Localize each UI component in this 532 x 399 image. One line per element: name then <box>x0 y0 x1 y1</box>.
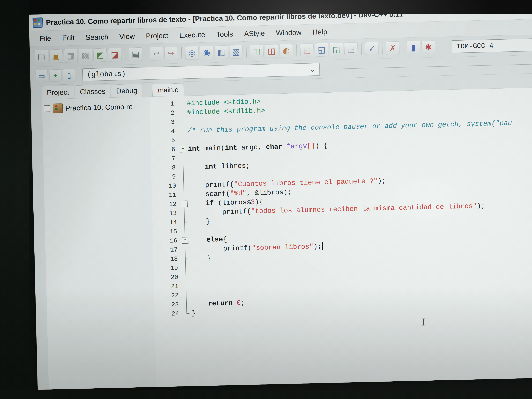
line-number[interactable]: 11 <box>152 191 180 199</box>
goto-line-icon[interactable]: ▥ <box>215 45 228 59</box>
compiler-combobox-value: TDM-GCC 4 <box>456 42 494 51</box>
code-editor[interactable]: 1#include <stdio.h>2#include <stdlib.h>3… <box>149 87 532 387</box>
line-number[interactable]: 22 <box>154 292 182 299</box>
toolbar-separator <box>125 49 126 60</box>
line-number[interactable]: 13 <box>152 210 180 217</box>
fold-gutter <box>177 99 187 108</box>
fold-collapse-icon[interactable]: − <box>182 237 188 244</box>
print-icon[interactable]: ▤ <box>129 47 142 61</box>
menu-item-astyle[interactable]: AStyle <box>238 27 271 40</box>
line-number[interactable]: 12 <box>152 201 180 208</box>
line-number[interactable]: 19 <box>153 264 181 272</box>
editor-tab-mainc[interactable]: main.c <box>152 83 184 97</box>
window-full-icon[interactable]: ◳ <box>344 42 358 56</box>
save-icon[interactable]: ▦ <box>64 49 78 63</box>
menu-item-search[interactable]: Search <box>80 31 114 44</box>
project-options-icon[interactable]: ◰ <box>300 43 314 57</box>
line-number[interactable]: 2 <box>150 109 178 117</box>
window-cascade-icon[interactable]: ◱ <box>315 43 329 57</box>
line-number[interactable]: 16 <box>153 237 181 245</box>
fold-gutter <box>178 126 187 135</box>
find-icon[interactable]: ◎ <box>185 46 199 60</box>
line-number[interactable]: 17 <box>153 246 181 254</box>
fold-gutter <box>182 281 191 291</box>
menu-item-tools[interactable]: Tools <box>211 28 239 41</box>
line-number[interactable]: 24 <box>154 310 182 318</box>
toolbar-separator <box>382 43 383 54</box>
line-number[interactable]: 5 <box>151 137 178 144</box>
mouse-cursor-ibeam: I <box>422 316 425 328</box>
save-all-icon[interactable]: ▩ <box>79 49 92 62</box>
class-browser-members-icon[interactable]: ▯ <box>63 69 75 81</box>
project-icon <box>53 103 63 113</box>
replace-icon[interactable]: ◉ <box>200 46 214 59</box>
compiler-combobox[interactable]: TDM-GCC 4 <box>452 38 532 53</box>
monitor-screen: Practica 10. Como repartir libros de tex… <box>29 2 532 390</box>
line-number[interactable]: 14 <box>152 219 180 226</box>
line-number[interactable]: 21 <box>154 283 182 290</box>
fold-gutter <box>181 245 190 254</box>
add-to-project-icon[interactable]: ◩ <box>93 48 107 62</box>
incremental-search-icon[interactable]: ▧ <box>229 45 243 59</box>
code-text: int libros; <box>188 162 250 171</box>
abort-compilation-icon[interactable]: ✗ <box>386 41 400 55</box>
menu-item-execute[interactable]: Execute <box>174 28 211 42</box>
fold-gutter <box>182 309 192 318</box>
line-number[interactable]: 18 <box>153 255 181 263</box>
line-number[interactable]: 10 <box>152 182 179 190</box>
open-file-icon[interactable]: ▣ <box>49 49 63 63</box>
compile-and-run-icon[interactable]: ◍ <box>279 44 293 57</box>
code-text: } <box>190 254 211 262</box>
undo-icon[interactable]: ↩ <box>150 47 163 61</box>
remove-from-project-icon[interactable]: ◪ <box>108 48 122 62</box>
menu-item-file[interactable]: File <box>34 32 57 45</box>
line-number[interactable]: 6 <box>151 146 178 153</box>
globals-combobox[interactable]: (globals) ⌄ <box>82 63 320 81</box>
fold-gutter <box>181 263 191 272</box>
project-tree-item[interactable]: + Practica 10. Como re <box>44 101 150 114</box>
line-number[interactable]: 7 <box>151 155 179 163</box>
fold-gutter <box>178 153 188 163</box>
run-icon[interactable]: ◫ <box>265 44 279 58</box>
fold-gutter <box>182 291 191 300</box>
menu-item-view[interactable]: View <box>114 30 140 43</box>
text-caret <box>322 242 323 250</box>
class-browser-add-icon[interactable]: + <box>49 69 62 82</box>
tree-expander-icon[interactable]: + <box>44 105 50 112</box>
class-browser-back-icon[interactable]: ▭ <box>36 70 48 82</box>
line-number[interactable]: 15 <box>152 228 180 235</box>
fold-collapse-icon[interactable]: − <box>180 146 186 152</box>
code-text: #include <stdio.h> <box>187 98 261 108</box>
syntax-check-icon[interactable]: ✓ <box>365 42 379 56</box>
fold-gutter <box>181 272 191 281</box>
menu-item-edit[interactable]: Edit <box>56 31 80 44</box>
chevron-down-icon: ⌄ <box>310 66 315 73</box>
compile-icon[interactable]: ◫ <box>250 44 264 58</box>
panel-tab-classes[interactable]: Classes <box>75 85 110 98</box>
profile-analysis-icon[interactable]: ▮ <box>407 41 420 54</box>
panel-tab-debug[interactable]: Debug <box>111 84 142 97</box>
line-number[interactable]: 23 <box>154 301 182 309</box>
fold-gutter <box>177 108 187 117</box>
menu-item-help[interactable]: Help <box>307 25 333 39</box>
menu-item-project[interactable]: Project <box>140 29 174 43</box>
redo-icon[interactable]: ↪ <box>164 47 178 60</box>
fold-collapse-icon[interactable]: − <box>181 201 188 207</box>
editor-pane: main.c 1#include <stdio.h>2#include <std… <box>149 73 532 387</box>
line-number[interactable]: 3 <box>150 118 178 126</box>
line-number[interactable]: 1 <box>150 100 177 108</box>
line-number[interactable]: 4 <box>150 127 178 135</box>
line-number[interactable]: 9 <box>151 173 179 181</box>
code-text: else{ <box>190 235 227 244</box>
new-source-icon[interactable]: ▢ <box>35 50 48 63</box>
menu-item-window[interactable]: Window <box>270 26 307 39</box>
delete-profiling-icon[interactable]: ✱ <box>421 40 435 54</box>
line-number[interactable]: 20 <box>154 273 182 281</box>
main-area: ProjectClassesDebug + Practica 10. Como … <box>31 73 532 390</box>
window-tile-icon[interactable]: ◲ <box>329 43 343 56</box>
fold-gutter: − <box>180 199 189 209</box>
panel-tab-project[interactable]: Project <box>42 86 74 99</box>
toolbar-separator <box>146 48 146 60</box>
line-number[interactable]: 8 <box>151 164 179 172</box>
toolbar-separator <box>403 42 404 54</box>
